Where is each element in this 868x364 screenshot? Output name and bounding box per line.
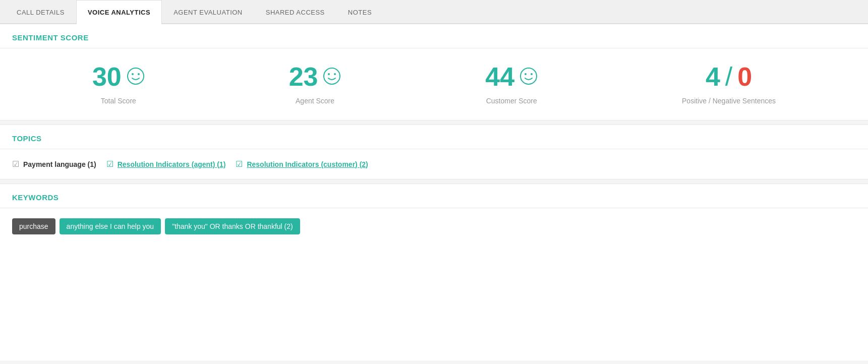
topic-check-icon-resolution-customer: ☑ xyxy=(236,159,243,169)
svg-point-1 xyxy=(132,73,134,75)
svg-point-2 xyxy=(138,73,140,75)
topic-check-icon-resolution-agent: ☑ xyxy=(106,159,113,169)
topics-body: ☑ Payment language (1) ☑ Resolution Indi… xyxy=(0,149,868,179)
customer-score-smiley xyxy=(519,67,538,87)
app-container: CALL DETAILS VOICE ANALYTICS AGENT EVALU… xyxy=(0,0,868,360)
customer-score-item: 44 Customer Score xyxy=(485,64,538,105)
svg-point-6 xyxy=(520,68,537,84)
sentiment-section-title: SENTIMENT SCORE xyxy=(0,24,868,48)
tab-notes[interactable]: NOTES xyxy=(336,0,383,24)
svg-point-4 xyxy=(328,73,330,75)
topic-label-payment: Payment language (1) xyxy=(23,160,96,168)
customer-score-number: 44 xyxy=(485,64,514,90)
topics-section: TOPICS ☑ Payment language (1) ☑ Resoluti… xyxy=(0,125,868,179)
topic-label-resolution-customer: Resolution Indicators (customer) (2) xyxy=(247,160,368,168)
score-slash: / xyxy=(725,64,732,90)
topic-label-resolution-agent: Resolution Indicators (agent) (1) xyxy=(118,160,226,168)
scores-row: 30 Total Score xyxy=(0,48,868,120)
tab-shared-access[interactable]: SHARED ACCESS xyxy=(254,0,336,24)
total-score-label: Total Score xyxy=(101,97,136,105)
page-content: SENTIMENT SCORE 30 xyxy=(0,24,868,360)
agent-score-number: 23 xyxy=(289,64,318,90)
keyword-tag-thank-you[interactable]: "thank you" OR thanks OR thankful (2) xyxy=(165,218,300,234)
customer-score-value-row: 44 xyxy=(485,64,538,90)
svg-point-5 xyxy=(334,73,336,75)
svg-point-7 xyxy=(525,73,527,75)
sentiment-section: SENTIMENT SCORE 30 xyxy=(0,24,868,120)
svg-point-0 xyxy=(128,68,144,84)
section-divider-2 xyxy=(0,179,868,184)
keyword-tag-purchase[interactable]: purchase xyxy=(12,218,55,234)
customer-score-label: Customer Score xyxy=(486,97,537,105)
total-score-smiley xyxy=(127,67,145,87)
sentences-score-item: 4 / 0 Positive / Negative Sentences xyxy=(682,64,776,105)
topic-check-icon-payment: ☑ xyxy=(12,159,19,169)
keyword-tag-anything-else[interactable]: anything else I can help you xyxy=(60,218,161,234)
agent-score-smiley xyxy=(323,67,341,87)
agent-score-item: 23 Agent Score xyxy=(289,64,341,105)
tab-voice-analytics[interactable]: VOICE ANALYTICS xyxy=(76,0,162,24)
keywords-body: purchase anything else I can help you "t… xyxy=(0,208,868,245)
tab-agent-evaluation[interactable]: AGENT EVALUATION xyxy=(162,0,254,24)
total-score-value-row: 30 xyxy=(92,64,145,90)
total-score-item: 30 Total Score xyxy=(92,64,145,105)
agent-score-value-row: 23 xyxy=(289,64,341,90)
keywords-section: KEYWORDS purchase anything else I can he… xyxy=(0,184,868,245)
positive-score-number: 4 xyxy=(706,64,720,90)
sentences-score-label: Positive / Negative Sentences xyxy=(682,97,776,105)
sentences-score-value-row: 4 / 0 xyxy=(706,64,752,90)
keywords-section-title: KEYWORDS xyxy=(0,184,868,208)
svg-point-3 xyxy=(324,68,340,84)
svg-point-8 xyxy=(531,73,533,75)
tab-bar: CALL DETAILS VOICE ANALYTICS AGENT EVALU… xyxy=(0,0,868,24)
total-score-number: 30 xyxy=(92,64,122,90)
negative-score-number: 0 xyxy=(737,64,752,90)
topic-resolution-customer[interactable]: ☑ Resolution Indicators (customer) (2) xyxy=(236,159,368,169)
topic-payment-language[interactable]: ☑ Payment language (1) xyxy=(12,159,96,169)
tab-call-details[interactable]: CALL DETAILS xyxy=(5,0,76,24)
topic-resolution-agent[interactable]: ☑ Resolution Indicators (agent) (1) xyxy=(106,159,226,169)
topics-section-title: TOPICS xyxy=(0,125,868,149)
section-divider-1 xyxy=(0,120,868,125)
agent-score-label: Agent Score xyxy=(296,97,334,105)
